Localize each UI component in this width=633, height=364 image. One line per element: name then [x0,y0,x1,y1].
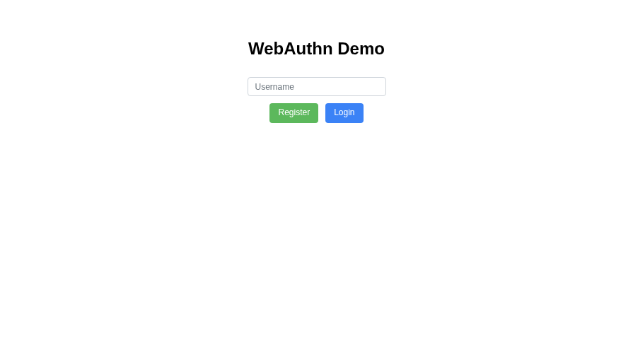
username-input[interactable] [248,77,386,96]
button-row: Register Login [269,103,363,123]
page-title: WebAuthn Demo [0,39,633,59]
register-button[interactable]: Register [269,103,318,123]
auth-form: Register Login [0,77,633,123]
login-button[interactable]: Login [325,103,363,123]
